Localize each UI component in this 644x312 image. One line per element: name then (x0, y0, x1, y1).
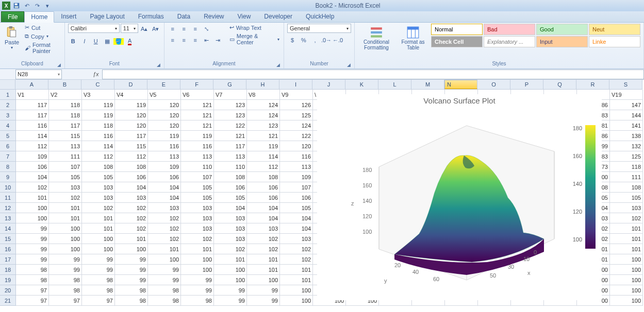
cell[interactable]: 147 (610, 100, 643, 110)
cell[interactable]: 107 (49, 162, 82, 172)
cell[interactable]: 103 (148, 203, 181, 213)
cell[interactable]: 99 (148, 275, 181, 285)
align-right-icon[interactable]: ≡ (190, 35, 201, 45)
cell[interactable]: 98 (115, 296, 148, 306)
cell[interactable]: 111 (610, 172, 643, 182)
cell[interactable]: 108 (247, 172, 280, 182)
comma-icon[interactable]: , (310, 35, 320, 45)
cell[interactable]: 113 (181, 151, 214, 162)
style-chip-neut[interactable]: Neut (589, 24, 640, 35)
cell[interactable]: 105 (82, 172, 115, 182)
row-headers[interactable]: 123456789101112131415161718192021 (0, 90, 16, 306)
tab-review[interactable]: Review (197, 11, 230, 22)
cell[interactable]: 100 (49, 244, 82, 254)
cell[interactable]: 101 (247, 254, 280, 265)
cell[interactable]: 100 (82, 244, 115, 254)
cell[interactable]: 121 (181, 120, 214, 131)
cell[interactable]: 121 (247, 131, 280, 141)
cell[interactable]: 101 (247, 265, 280, 275)
column-header[interactable]: N (444, 80, 477, 89)
column-header[interactable]: K (345, 80, 378, 89)
column-header[interactable]: M (411, 80, 444, 89)
cell[interactable]: 98 (16, 275, 49, 285)
cell[interactable]: 101 (115, 234, 148, 244)
cell[interactable]: 104 (214, 203, 247, 213)
cell[interactable]: 101 (82, 223, 115, 234)
cell[interactable]: 103 (247, 223, 280, 234)
cell[interactable]: 100 (610, 285, 643, 296)
row-header[interactable]: 12 (0, 203, 15, 213)
save-icon[interactable] (12, 2, 21, 10)
cell[interactable]: 114 (82, 141, 115, 151)
cell[interactable]: 99 (16, 244, 49, 254)
cell[interactable]: 101 (214, 254, 247, 265)
cell[interactable]: 123 (247, 120, 280, 131)
cell[interactable]: 106 (214, 182, 247, 193)
cell[interactable]: 116 (280, 151, 313, 162)
cell[interactable]: 102 (247, 234, 280, 244)
cell[interactable]: 108 (115, 162, 148, 172)
conditional-formatting-button[interactable]: Conditional Formatting (358, 24, 395, 53)
cell[interactable]: 102 (280, 244, 313, 254)
cell[interactable]: 117 (49, 120, 82, 131)
style-chip-input[interactable]: Input (536, 36, 588, 47)
cell[interactable]: 107 (280, 182, 313, 193)
cell[interactable]: 112 (82, 151, 115, 162)
cell[interactable]: 100 (280, 285, 313, 296)
styles-gallery[interactable]: NormalBadGoodNeutCheck CellExplanatory .… (431, 24, 640, 47)
cell[interactable]: 98 (49, 285, 82, 296)
cell[interactable]: 104 (247, 213, 280, 223)
cell[interactable]: 102 (148, 213, 181, 223)
cell[interactable]: 104 (280, 213, 313, 223)
cell[interactable]: 100 (610, 254, 643, 265)
cell[interactable]: 101 (610, 234, 643, 244)
cell[interactable]: 101 (16, 193, 49, 203)
tab-view[interactable]: View (231, 11, 258, 22)
cell[interactable]: 105 (181, 182, 214, 193)
cell[interactable]: 105 (214, 193, 247, 203)
align-middle-icon[interactable]: ≡ (179, 24, 189, 34)
cell[interactable]: 110 (214, 162, 247, 172)
cell[interactable]: 118 (49, 100, 82, 110)
cell[interactable]: 101 (148, 244, 181, 254)
cell[interactable]: 100 (247, 275, 280, 285)
cell[interactable]: 120 (115, 110, 148, 120)
column-header[interactable]: B (48, 80, 81, 89)
cell[interactable]: 113 (214, 151, 247, 162)
cell[interactable]: 106 (280, 193, 313, 203)
cell[interactable]: 99 (247, 296, 280, 306)
cell[interactable]: 111 (49, 151, 82, 162)
cell[interactable]: 125 (610, 151, 643, 162)
cell[interactable]: 120 (115, 120, 148, 131)
cell[interactable]: 119 (82, 100, 115, 110)
wrap-text-button[interactable]: ↩Wrap Text (228, 24, 280, 31)
row-header[interactable]: 2 (0, 100, 15, 110)
cell[interactable]: 121 (214, 131, 247, 141)
tab-quickhelp[interactable]: QuickHelp (299, 11, 341, 22)
cell[interactable]: 104 (280, 223, 313, 234)
cell[interactable]: 99 (16, 254, 49, 265)
align-top-icon[interactable]: ≡ (168, 24, 178, 34)
increase-indent-icon[interactable]: ⇥ (213, 35, 223, 45)
row-header[interactable]: 16 (0, 244, 15, 254)
cell[interactable]: 97 (16, 285, 49, 296)
italic-button[interactable]: I (79, 36, 90, 46)
cell[interactable]: 99 (181, 285, 214, 296)
row-header[interactable]: 3 (0, 110, 15, 120)
cell[interactable]: 112 (247, 162, 280, 172)
cell[interactable]: 97 (82, 296, 115, 306)
cell[interactable]: 102 (115, 203, 148, 213)
style-chip-bad[interactable]: Bad (484, 24, 535, 35)
cell[interactable]: 98 (16, 265, 49, 275)
cell[interactable]: 100 (49, 223, 82, 234)
cell[interactable]: 101 (280, 275, 313, 285)
row-header[interactable]: 1 (0, 90, 15, 100)
orientation-icon[interactable]: ⤡ (202, 24, 212, 34)
dialog-launcher-icon[interactable]: ◢ (347, 62, 353, 67)
cell[interactable]: 125 (280, 110, 313, 120)
cell[interactable]: 116 (16, 120, 49, 131)
align-bottom-icon[interactable]: ≡ (190, 24, 201, 34)
cell[interactable]: 99 (214, 296, 247, 306)
cell[interactable]: 103 (214, 234, 247, 244)
cell[interactable]: 120 (148, 120, 181, 131)
